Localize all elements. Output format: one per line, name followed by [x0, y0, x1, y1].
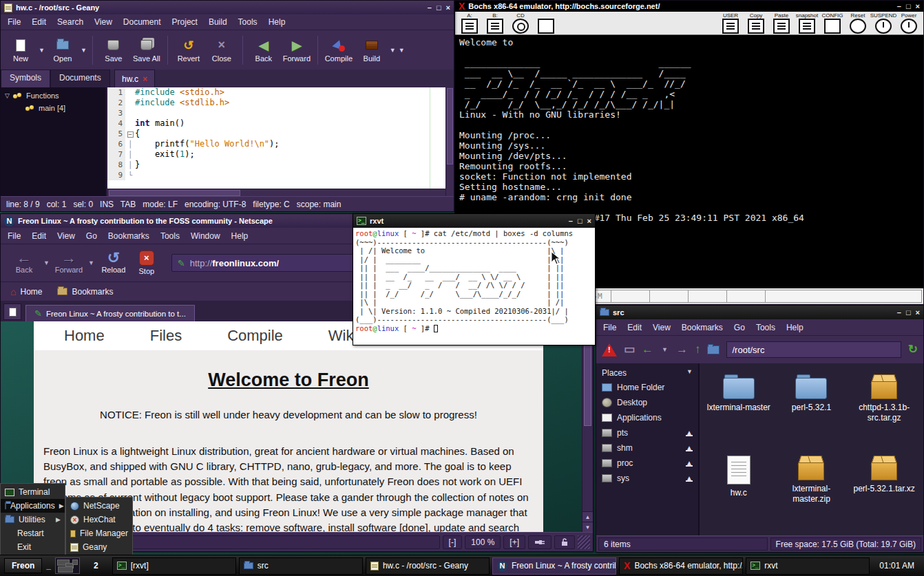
fm-menu-view[interactable]: View — [653, 323, 671, 332]
browser-tab[interactable]: ✎ Freon Linux ~ A frosty contribution to… — [25, 305, 195, 321]
home-folder-icon[interactable] — [707, 345, 720, 354]
place-sys[interactable]: sys▲ — [596, 471, 698, 486]
submenu-item-file-manager[interactable]: File Manager — [66, 526, 132, 540]
geany-menu-search[interactable]: Search — [57, 17, 83, 27]
compile-button[interactable]: Compile — [323, 33, 355, 67]
tab-close-icon[interactable]: × — [143, 74, 147, 84]
file-item-perl-5-32-1-tar-xz[interactable]: perl-5.32.1.tar.xz — [848, 450, 921, 531]
file-manager-window[interactable]: src –□× FileEditViewBookmarksGoToolsHelp… — [596, 305, 924, 553]
forward-button[interactable]: →Forward — [54, 246, 84, 279]
forward-button[interactable]: ▶Forward — [281, 33, 313, 67]
geany-menu-view[interactable]: View — [94, 17, 112, 27]
netscape-menu-view[interactable]: View — [57, 231, 75, 241]
close-button[interactable]: × — [916, 308, 920, 317]
submenu-item-geany[interactable]: Geany — [66, 540, 132, 554]
b-button[interactable]: B: — [483, 13, 507, 34]
build-button[interactable]: Build — [356, 33, 388, 67]
maximize-button[interactable]: □ — [437, 3, 441, 12]
task-button-hw-c-root-src-geany[interactable]: hw.c - /root/src - Geany — [366, 557, 490, 575]
geany-symbols-panel[interactable]: ▽Functions main [4] — [1, 87, 107, 196]
file-item-perl-5-32-1[interactable]: perl-5.32.1 — [775, 369, 848, 450]
nav-link-compile[interactable]: Compile — [227, 327, 283, 345]
geany-menu-tools[interactable]: Tools — [238, 17, 258, 27]
terminal-screen[interactable]: root@linux [ ~ ]# cat /etc/motd | boxes … — [353, 228, 595, 345]
fold-margin[interactable]: │ — [125, 160, 135, 170]
forward-dropdown-icon[interactable]: ▼ — [88, 259, 94, 266]
netscape-menu-go[interactable]: Go — [86, 231, 97, 241]
scroll-down-icon[interactable]: ▼ — [582, 522, 593, 532]
editor-hscrollbar[interactable] — [107, 189, 454, 196]
a-button[interactable]: A: — [458, 13, 481, 34]
fold-margin[interactable]: └ — [125, 170, 135, 180]
bookmarks-button[interactable]: Bookmarks — [57, 287, 113, 297]
netscape-menu-edit[interactable]: Edit — [32, 231, 46, 241]
new-button[interactable]: New — [5, 33, 36, 67]
geany-editor-tab[interactable]: hw.c × — [114, 70, 155, 87]
fm-menu-bookmarks[interactable]: Bookmarks — [682, 323, 723, 332]
task-button-src[interactable]: src — [239, 557, 363, 575]
symbols-root-label[interactable]: Functions — [26, 92, 59, 100]
fold-margin[interactable] — [125, 108, 135, 118]
cd-button[interactable]: CD — [509, 13, 532, 34]
dropdown-arrow-icon[interactable]: ▼ — [39, 47, 45, 54]
eject-icon[interactable]: ▲ — [686, 476, 693, 482]
netscape-menu-window[interactable]: Window — [191, 231, 220, 241]
start-menu-button[interactable]: Freon — [4, 558, 42, 573]
geany-editor[interactable]: 1#include <stdio.h>2#include <stdlib.h>3… — [107, 87, 454, 196]
warning-icon[interactable] — [602, 343, 617, 356]
snapshot-button[interactable]: snapshot — [795, 13, 819, 34]
fold-margin[interactable] — [125, 118, 135, 129]
menu-item-restart[interactable]: Restart — [1, 526, 65, 540]
menu-item-utilities[interactable]: Utilities▶ — [1, 513, 65, 526]
maximize-button[interactable]: □ — [578, 217, 582, 225]
netscape-menu-bookmarks[interactable]: Bookmarks — [108, 231, 149, 241]
tree-expander-icon[interactable]: ▽ — [5, 92, 10, 99]
paste-button[interactable]: Paste — [770, 13, 793, 34]
submenu-item-hexchat[interactable]: ×HexChat — [66, 513, 132, 526]
show-desktop-button[interactable]: _ — [46, 561, 51, 570]
workspace-pager[interactable] — [55, 557, 80, 574]
up-icon[interactable]: ↑ — [695, 344, 701, 355]
fold-margin[interactable]: − — [125, 129, 135, 139]
rxvt-window[interactable]: >_ rxvt –□× root@linux [ ~ ]# cat /etc/m… — [353, 213, 596, 345]
eject-icon[interactable]: ▲ — [686, 430, 693, 436]
dropdown-arrow-icon[interactable]: ▼ — [390, 47, 396, 54]
save-button[interactable]: Save — [98, 33, 129, 67]
minimize-button[interactable]: – — [428, 3, 432, 12]
close-button[interactable]: × — [446, 3, 450, 12]
fm-menu-edit[interactable]: Edit — [627, 323, 642, 332]
eject-icon[interactable]: ▲ — [686, 460, 693, 467]
tab-symbols[interactable]: Symbols — [1, 70, 50, 87]
fm-titlebar[interactable]: src –□× — [596, 306, 923, 319]
netscape-menu-file[interactable]: File — [8, 231, 21, 241]
geany-titlebar[interactable]: hw.c - /root/src - Geany –□× — [1, 1, 454, 14]
config-button[interactable]: CONFIG — [821, 13, 844, 34]
tab-documents[interactable]: Documents — [50, 70, 110, 87]
mouse-button[interactable] — [534, 19, 558, 34]
place-pts[interactable]: pts▲ — [596, 425, 698, 440]
place-proc[interactable]: proc▲ — [596, 456, 698, 471]
forward-icon[interactable]: → — [676, 344, 688, 355]
reload-button[interactable]: ↺Reload — [98, 246, 129, 279]
copy-button[interactable]: Copy — [744, 13, 768, 34]
places-dropdown-icon[interactable]: ▼ — [686, 368, 693, 378]
task-button-freon-linux-a-frosty-contributi[interactable]: NFreon Linux ~ A frosty contributi — [492, 557, 616, 575]
refresh-icon[interactable]: ↻ — [908, 344, 918, 355]
geany-menu-project[interactable]: Project — [172, 17, 198, 27]
nav-link-files[interactable]: Files — [150, 327, 182, 345]
geany-menu-edit[interactable]: Edit — [32, 17, 46, 27]
new-window-icon[interactable]: ▭ — [624, 344, 635, 355]
suspend-button[interactable]: SUSPEND — [872, 13, 895, 34]
fold-margin[interactable]: │ — [125, 139, 135, 149]
maximize-button[interactable]: □ — [906, 2, 911, 10]
fold-collapse-icon[interactable]: − — [127, 131, 134, 138]
file-item-chttpd-1-3-1b-src-tar-gz[interactable]: chttpd-1.3.1b-src.tar.gz — [848, 369, 921, 450]
open-button[interactable]: Open — [47, 33, 78, 67]
zoom-in-button[interactable]: [+] — [503, 535, 525, 549]
place-home-folder[interactable]: Home Folder — [596, 380, 698, 395]
nav-link-home[interactable]: Home — [64, 327, 105, 345]
resize-grip[interactable] — [578, 535, 590, 549]
fm-menu-file[interactable]: File — [603, 323, 616, 332]
task-button-bochs-x86-64-emulator-http-bo[interactable]: XBochs x86-64 emulator, http://bo — [619, 557, 743, 575]
rxvt-titlebar[interactable]: >_ rxvt –□× — [353, 214, 595, 228]
